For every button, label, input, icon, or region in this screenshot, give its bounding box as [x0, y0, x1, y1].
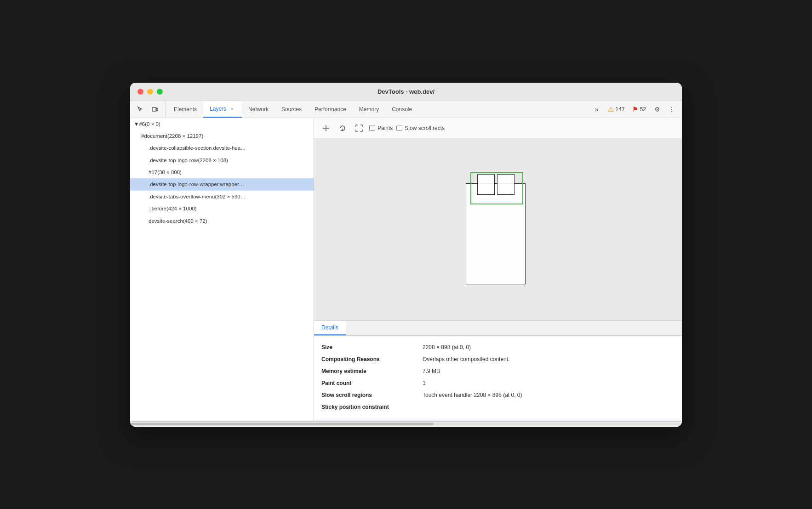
maximize-button[interactable]: [157, 89, 163, 95]
detail-paint-count-row: Paint count 1: [321, 377, 675, 389]
fit-layers-button[interactable]: [353, 122, 366, 135]
tab-console[interactable]: Console: [385, 101, 418, 118]
devtools-window: DevTools - web.dev/ Elements Layers: [130, 83, 682, 427]
detail-compositing-value: Overlaps other composited content.: [423, 356, 509, 362]
main-content: ▼#6(0 × 0) #document(2208 × 12197) .devs…: [130, 118, 682, 421]
title-bar: DevTools - web.dev/: [130, 83, 682, 101]
detail-paint-count-label: Paint count: [321, 380, 423, 386]
detail-compositing-label: Compositing Reasons: [321, 356, 423, 362]
tab-network[interactable]: Network: [242, 101, 275, 118]
layer-document[interactable]: #document(2208 × 12197): [130, 130, 314, 142]
tab-layers[interactable]: Layers ×: [203, 101, 242, 118]
detail-memory-value: 7.9 MB: [423, 368, 440, 374]
traffic-lights: [137, 89, 163, 95]
settings-button[interactable]: ⚙: [651, 103, 663, 116]
details-panel: Details Size 2208 × 898 (at 0, 0) Compos…: [314, 320, 682, 421]
detail-slow-scroll-value: Touch event handler 2208 × 898 (at 0, 0): [423, 392, 522, 398]
device-toolbar-icon[interactable]: [149, 103, 161, 116]
detail-size-row: Size 2208 × 898 (at 0, 0): [321, 341, 675, 353]
detail-size-value: 2208 × 898 (at 0, 0): [423, 344, 471, 351]
detail-slow-scroll-row: Slow scroll regions Touch event handler …: [321, 389, 675, 401]
toolbar-left-icons: [134, 101, 166, 118]
minimize-button[interactable]: [147, 89, 153, 95]
detail-slow-scroll-label: Slow scroll regions: [321, 392, 423, 398]
devtools-toolbar: Elements Layers × Network Sources Perfor…: [130, 101, 682, 118]
select-element-icon[interactable]: [134, 103, 147, 116]
tab-performance[interactable]: Performance: [308, 101, 353, 118]
main-panel: Paints Slow scroll rects: [314, 118, 682, 421]
pan-tool-button[interactable]: [320, 122, 332, 135]
slow-scroll-checkbox-label[interactable]: Slow scroll rects: [396, 125, 445, 131]
more-tabs-button[interactable]: »: [590, 103, 603, 116]
detail-paint-count-value: 1: [423, 380, 426, 386]
scrollbar-thumb[interactable]: [131, 423, 434, 425]
layer-collapsible[interactable]: .devsite-collapsible-section.devsite-hea…: [130, 142, 314, 154]
layer-rect-green: [470, 172, 523, 204]
rotate-tool-button[interactable]: [336, 122, 349, 135]
layer-root[interactable]: ▼#6(0 × 0): [130, 118, 314, 130]
horizontal-scrollbar[interactable]: [130, 421, 682, 427]
detail-sticky-row: Sticky position constraint: [321, 401, 675, 413]
slow-scroll-checkbox[interactable]: [396, 125, 402, 131]
svg-rect-1: [156, 108, 158, 111]
details-content: Size 2208 × 898 (at 0, 0) Compositing Re…: [314, 336, 682, 419]
layer-visualization: [461, 170, 535, 289]
tab-layers-close[interactable]: ×: [229, 106, 235, 112]
detail-size-label: Size: [321, 344, 423, 351]
more-menu-button[interactable]: ⋮: [665, 103, 678, 116]
detail-memory-row: Memory estimate 7.9 MB: [321, 365, 675, 377]
paints-checkbox[interactable]: [369, 125, 375, 131]
layer-tabs-overflow[interactable]: .devsite-tabs-overflow-menu(302 × 590…: [130, 191, 314, 203]
tab-sources[interactable]: Sources: [275, 101, 308, 118]
layer-17[interactable]: #17(30 × 808): [130, 166, 314, 178]
errors-badge[interactable]: ⚑ 52: [629, 105, 649, 114]
scrollbar-track: [131, 423, 681, 425]
window-title: DevTools - web.dev/: [377, 88, 435, 95]
layers-panel[interactable]: ▼#6(0 × 0) #document(2208 × 12197) .devs…: [130, 118, 314, 421]
tab-elements[interactable]: Elements: [167, 101, 203, 118]
tabs-container: Elements Layers × Network Sources Perfor…: [167, 101, 587, 118]
close-button[interactable]: [137, 89, 143, 95]
detail-compositing-row: Compositing Reasons Overlaps other compo…: [321, 353, 675, 365]
tab-memory[interactable]: Memory: [353, 101, 385, 118]
layer-top-logo-row-wrapper[interactable]: .devsite-top-logo-row-wrapper.wrapper…: [130, 178, 314, 190]
warnings-badge[interactable]: ⚠ 147: [605, 105, 628, 114]
detail-sticky-label: Sticky position constraint: [321, 404, 423, 410]
toolbar-right: » ⚠ 147 ⚑ 52 ⚙ ⋮: [587, 101, 678, 118]
error-icon: ⚑: [632, 106, 638, 113]
warning-triangle-icon: ⚠: [608, 106, 614, 113]
details-tabs: Details: [314, 321, 682, 336]
paints-checkbox-label[interactable]: Paints: [369, 125, 393, 131]
layer-top-logo-row[interactable]: .devsite-top-logo-row(2208 × 108): [130, 154, 314, 166]
detail-memory-label: Memory estimate: [321, 368, 423, 374]
details-tab[interactable]: Details: [314, 321, 346, 335]
layer-before[interactable]: ::before(424 × 1000): [130, 203, 314, 215]
layer-devsite-search[interactable]: devsite-search(400 × 72): [130, 215, 314, 227]
layer-3d-viewport[interactable]: [314, 139, 682, 320]
viewport-toolbar: Paints Slow scroll rects: [314, 118, 682, 139]
